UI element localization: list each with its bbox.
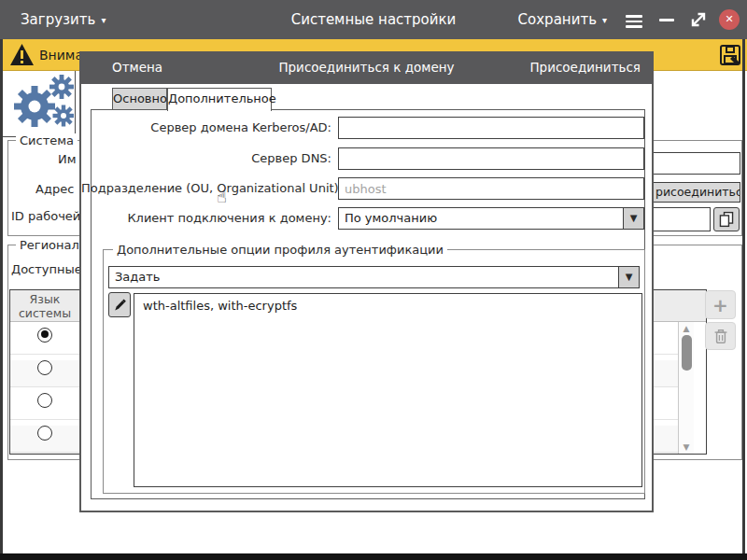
workstation-id-label: ID рабочей: [11, 209, 80, 223]
system-group-legend: Система: [16, 133, 78, 147]
gears-icon: [10, 75, 74, 134]
radio-button[interactable]: [37, 360, 52, 375]
dns-server-input[interactable]: [338, 147, 644, 170]
copy-button[interactable]: [713, 207, 740, 231]
delete-language-button[interactable]: [705, 322, 736, 350]
menu-icon[interactable]: [626, 12, 642, 31]
save-profile-icon[interactable]: [719, 44, 741, 66]
top-bar: Загрузить▾ Системные настройки Сохранить…: [0, 0, 747, 39]
copy-icon: [718, 211, 735, 228]
auth-mode-select[interactable]: Задать ▼: [108, 266, 640, 288]
auth-options-legend: Дополнительные опции профиля аутентифика…: [113, 243, 447, 257]
domain-client-label: Клиент подключения к домену:: [81, 207, 335, 230]
plus-icon: +: [712, 294, 728, 316]
kerberos-row: Сервер домена Kerberos/AD:: [81, 117, 652, 139]
caret-down-icon: ▾: [602, 15, 607, 25]
scroll-up-icon[interactable]: ▲: [679, 324, 694, 333]
minimize-icon[interactable]: [659, 19, 674, 21]
join-button[interactable]: Присоединиться: [529, 51, 641, 84]
ou-label: Подразделение (OU, Organizational Unit):: [81, 177, 335, 200]
ou-input[interactable]: [338, 177, 644, 200]
gears-header-box: [3, 71, 76, 137]
auth-options-textarea[interactable]: wth-altfiles, with-ecryptfs: [134, 293, 642, 487]
dialog-header: Отмена Присоединиться к домену Присоедин…: [79, 51, 654, 84]
system-settings-app: Загрузить▾ Системные настройки Сохранить…: [0, 0, 747, 560]
auth-options-group: Дополнительные опции профиля аутентифика…: [103, 249, 645, 494]
mouse-pointer-cursor: ☝: [217, 187, 227, 206]
table-scrollbar[interactable]: ▲ ▼: [678, 322, 694, 454]
auth-mode-value: Задать: [109, 267, 618, 287]
radio-button[interactable]: [37, 328, 52, 343]
address-label: Адрес: [35, 182, 74, 196]
tab-additional[interactable]: Дополнительное: [167, 88, 272, 111]
client-row: Клиент подключения к домену: По умолчани…: [81, 207, 652, 230]
close-window-icon[interactable]: ✕: [719, 9, 740, 30]
computer-name-label: Им: [58, 152, 77, 166]
radio-button[interactable]: [37, 393, 52, 408]
edit-options-button[interactable]: [108, 292, 131, 317]
pencil-icon: [113, 298, 127, 312]
domain-client-value: По умолчанию: [339, 208, 623, 229]
window-border-right: [742, 39, 745, 553]
scroll-thumb[interactable]: [682, 335, 692, 371]
language-column-header: Язык системы: [10, 292, 79, 320]
warning-icon: [9, 43, 35, 66]
kerberos-server-input[interactable]: [338, 117, 644, 139]
kerberos-server-label: Сервер домена Kerberos/AD:: [81, 117, 335, 139]
add-language-button[interactable]: +: [705, 290, 736, 319]
dropdown-arrow-icon[interactable]: ▼: [623, 208, 643, 229]
scroll-down-icon[interactable]: ▼: [679, 442, 694, 452]
join-domain-dialog: Отмена Присоединиться к домену Присоедин…: [79, 51, 654, 512]
fullscreen-icon[interactable]: [689, 10, 708, 29]
domain-client-select[interactable]: По умолчанию ▼: [338, 207, 644, 230]
radio-button[interactable]: [37, 426, 52, 441]
tab-main[interactable]: Основное: [112, 88, 167, 110]
bottom-bar: [0, 553, 747, 560]
dns-row: Сервер DNS:: [81, 147, 652, 170]
dns-server-label: Сервер DNS:: [81, 147, 335, 170]
save-label: Сохранить: [518, 11, 597, 28]
ou-row: Подразделение (OU, Organizational Unit):: [81, 177, 652, 200]
save-menu-button[interactable]: Сохранить▾: [518, 0, 607, 40]
trash-icon: [713, 329, 728, 344]
dropdown-arrow-icon[interactable]: ▼: [618, 267, 639, 287]
window-border-left: [0, 39, 3, 553]
